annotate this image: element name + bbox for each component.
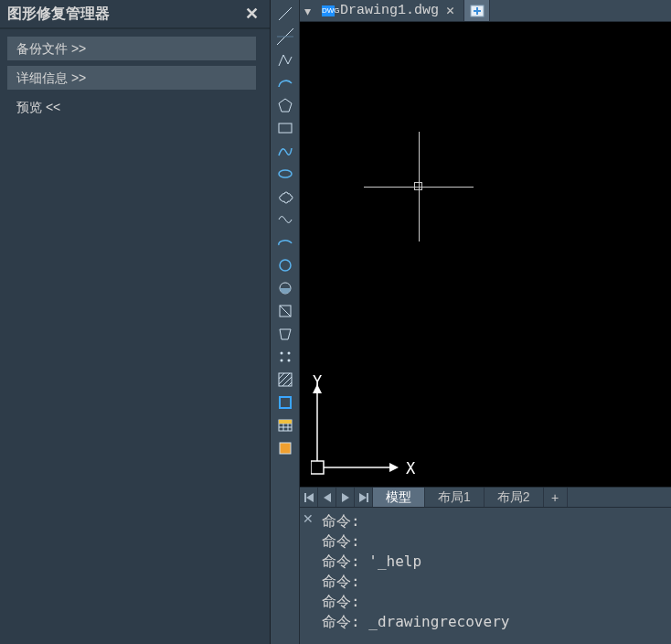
new-tab-button[interactable] [464, 0, 490, 21]
layout-tab-layout1[interactable]: 布局1 [425, 488, 485, 507]
scroll-left-icon[interactable] [318, 488, 336, 507]
draw-toolbar [271, 0, 300, 644]
point-icon[interactable] [274, 347, 296, 367]
donut-icon[interactable] [274, 278, 296, 298]
drawing-canvas[interactable]: Y X [300, 22, 671, 487]
panel-title: 图形修复管理器 [7, 5, 110, 24]
add-layout-button[interactable]: + [544, 488, 568, 507]
close-icon[interactable]: ✕ [300, 508, 316, 644]
scroll-right-icon[interactable] [336, 488, 355, 507]
svg-line-0 [279, 7, 292, 20]
svg-rect-26 [279, 420, 292, 424]
polyline-icon[interactable] [274, 49, 296, 70]
svg-line-16 [279, 373, 284, 379]
ucs-x-label: X [406, 459, 415, 478]
layout-tab-model[interactable]: 模型 [373, 488, 425, 507]
line-icon[interactable] [274, 4, 296, 24]
svg-rect-4 [279, 123, 292, 133]
svg-line-19 [288, 382, 292, 386]
spline-fit-icon[interactable] [274, 141, 296, 161]
svg-marker-36 [306, 493, 314, 502]
details-section[interactable]: 详细信息 >> [7, 66, 256, 90]
polygon-icon[interactable] [274, 95, 296, 115]
doc-tab-label: Drawing1.dwg [340, 3, 439, 18]
cmd-line: 命令: [322, 593, 360, 610]
svg-point-13 [280, 360, 282, 362]
svg-line-9 [280, 306, 291, 317]
svg-rect-20 [280, 397, 291, 408]
cmd-line: 命令: '_help [322, 553, 421, 570]
close-icon[interactable]: ✕ [241, 4, 262, 24]
circle-icon[interactable] [274, 255, 296, 275]
revision-cloud-icon[interactable] [274, 187, 296, 207]
ellipse-arc-icon[interactable] [274, 232, 296, 252]
backup-files-section[interactable]: 备份文件 >> [7, 37, 256, 60]
boundary-icon[interactable] [274, 392, 296, 413]
doc-dropdown-icon[interactable]: ▾ [300, 0, 314, 21]
command-window: ✕ 命令: 命令: 命令: '_help 命令: 命令: 命令: _drawin… [300, 507, 671, 644]
drawing-recovery-panel: 图形修复管理器 ✕ 备份文件 >> 详细信息 >> 预览 << [0, 0, 271, 644]
svg-marker-38 [324, 493, 331, 502]
svg-marker-40 [359, 493, 367, 502]
dwg-file-icon: DWG [322, 5, 335, 16]
cmd-line: 命令: [322, 512, 360, 530]
hatch-icon[interactable] [274, 370, 296, 390]
panel-header: 图形修复管理器 ✕ [0, 0, 270, 29]
ucs-y-label: Y [313, 372, 322, 391]
svg-rect-31 [311, 461, 324, 474]
svg-line-17 [279, 373, 290, 384]
svg-point-12 [287, 352, 290, 355]
document-tab-bar: ▾ DWG Drawing1.dwg ✕ [300, 0, 671, 22]
svg-rect-37 [304, 493, 306, 502]
wipeout-icon[interactable] [274, 324, 296, 344]
construction-line-icon[interactable] [274, 27, 296, 47]
cmd-line: 命令: [322, 573, 360, 590]
svg-point-5 [279, 170, 292, 177]
svg-point-6 [280, 260, 291, 271]
svg-marker-10 [280, 329, 291, 339]
svg-point-14 [287, 360, 290, 362]
cmd-line: 命令: _drawingrecovery [322, 613, 509, 630]
doc-tab-drawing1[interactable]: DWG Drawing1.dwg ✕ [314, 0, 464, 21]
close-icon[interactable]: ✕ [444, 2, 456, 19]
command-history[interactable]: 命令: 命令: 命令: '_help 命令: 命令: 命令: _drawingr… [316, 508, 671, 644]
arc-icon[interactable] [274, 72, 296, 92]
ucs-icon [311, 366, 421, 476]
spline-cv-icon[interactable] [274, 209, 296, 230]
right-area: ▾ DWG Drawing1.dwg ✕ Y X [300, 0, 671, 644]
svg-rect-27 [280, 443, 291, 454]
scroll-end-icon[interactable] [355, 488, 373, 507]
layout-tab-layout2[interactable]: 布局2 [485, 488, 544, 507]
svg-rect-41 [367, 493, 368, 502]
layout-tab-bar: 模型 布局1 布局2 + [300, 487, 671, 507]
preview-section[interactable]: 预览 << [7, 95, 262, 119]
table-icon[interactable] [274, 415, 296, 435]
svg-line-18 [282, 377, 292, 386]
gradient-icon[interactable] [274, 438, 296, 458]
svg-marker-3 [279, 99, 292, 112]
ellipse-icon[interactable] [274, 164, 296, 184]
region-icon[interactable] [274, 301, 296, 321]
svg-marker-39 [342, 493, 349, 502]
cmd-line: 命令: [322, 532, 360, 550]
panel-body: 备份文件 >> 详细信息 >> 预览 << [0, 29, 270, 126]
scroll-home-icon[interactable] [300, 488, 318, 507]
svg-point-11 [280, 352, 282, 355]
rectangle-icon[interactable] [274, 118, 296, 138]
svg-marker-33 [389, 463, 399, 472]
